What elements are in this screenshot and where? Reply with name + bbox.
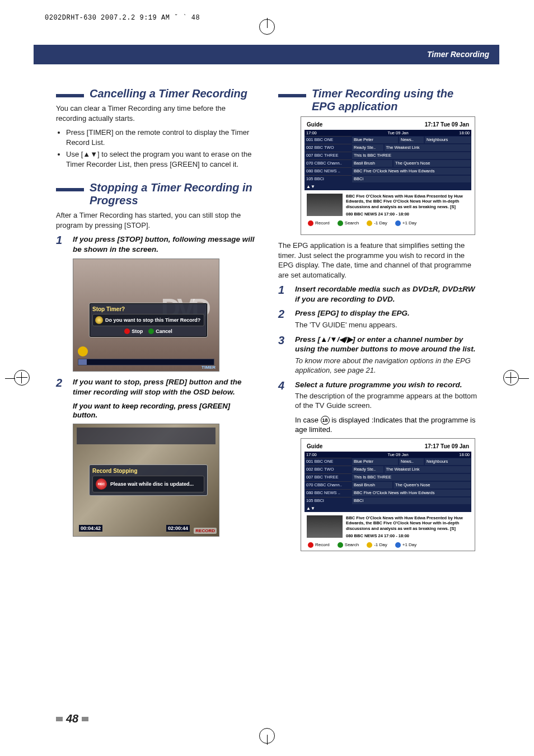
step-2: 2 If you want to stop, press [RED] butto… bbox=[56, 377, 256, 397]
next-day-action[interactable]: +1 Day bbox=[395, 220, 417, 226]
step-2-note: If you want to keep recording, press [GR… bbox=[73, 402, 256, 421]
age-limit-note: In case 18 is displayed :Indicates that … bbox=[295, 415, 478, 435]
guide-description: BBC Five O'Clock News with Huw Edwa Pres… bbox=[305, 512, 471, 540]
step-number: 1 bbox=[56, 234, 66, 254]
thumbnail-strip bbox=[77, 428, 216, 444]
crop-mark-left bbox=[14, 370, 31, 387]
step-text: Press [▲/▼/◀/▶] or enter a channel numbe… bbox=[295, 335, 478, 375]
step-number: 1 bbox=[278, 284, 288, 304]
mode-badge: RECORD bbox=[194, 528, 217, 534]
search-action[interactable]: Search bbox=[338, 220, 359, 226]
page-number: 48 bbox=[56, 712, 88, 725]
stop-button[interactable]: Stop bbox=[124, 328, 143, 334]
step-number: 2 bbox=[56, 377, 66, 397]
prev-day-action[interactable]: -1 Day bbox=[367, 542, 387, 548]
heading-epg: Timer Recording using the EPG applicatio… bbox=[278, 87, 478, 113]
step-1: 1 Insert recordable media such as DVD±R,… bbox=[278, 284, 478, 304]
step-number: 4 bbox=[278, 380, 288, 411]
crop-mark-top bbox=[250, 18, 284, 35]
red-dot-icon bbox=[124, 328, 130, 334]
guide-header: Guide 17:17 Tue 09 Jan bbox=[305, 120, 471, 130]
lead-text: The EPG application is a feature that si… bbox=[278, 241, 478, 280]
guide-grid: 17:00Tue 09 Jan18:00 001 BBC ONEBlue Pet… bbox=[305, 452, 471, 512]
dialog-message: Please wait while disc is updated... bbox=[110, 481, 194, 487]
step-text: If you want to stop, press [RED] button … bbox=[73, 377, 256, 397]
section-band-label: Timer Recording bbox=[427, 50, 489, 59]
green-dot-icon bbox=[338, 542, 343, 548]
dialog-message-row: REC Please wait while disc is updated... bbox=[92, 476, 204, 492]
green-dot-icon bbox=[148, 328, 154, 334]
rec-icon: REC bbox=[96, 478, 107, 490]
screenshot-epg-guide-2: Guide 17:17 Tue 09 Jan 17:00Tue 09 Jan18… bbox=[301, 438, 475, 551]
guide-title: Guide bbox=[307, 443, 322, 449]
step-2: 2 Press [EPG] to display the EPG. The 'T… bbox=[278, 308, 478, 330]
dialog-record-stopping: Record Stopping REC Please wait while di… bbox=[89, 464, 208, 496]
dialog-stop-timer: Stop Timer? Do you want to stop this Tim… bbox=[89, 303, 208, 337]
step-text: Select a future programme you wish to re… bbox=[295, 380, 478, 411]
blue-dot-icon bbox=[395, 220, 401, 226]
step-number: 2 bbox=[278, 308, 288, 330]
programme-thumbnail bbox=[307, 194, 343, 216]
left-column: Cancelling a Timer Recording You can cle… bbox=[56, 84, 256, 557]
search-action[interactable]: Search bbox=[338, 542, 359, 548]
red-dot-icon bbox=[308, 542, 313, 548]
section-band: Timer Recording bbox=[34, 45, 499, 64]
guide-header: Guide 17:17 Tue 09 Jan bbox=[305, 442, 471, 452]
guide-nav-arrows: ▲▼ bbox=[305, 505, 471, 512]
step-text: Press [EPG] to display the EPG. The 'TV … bbox=[295, 308, 478, 330]
heading-bar-icon bbox=[278, 94, 306, 97]
page-decor-icon bbox=[56, 717, 63, 721]
heading-cancelling: Cancelling a Timer Recording bbox=[56, 87, 256, 100]
cancel-button[interactable]: Cancel bbox=[148, 328, 172, 334]
bullet-item: Press [TIMER] on the remote control to d… bbox=[66, 128, 256, 147]
screenshot-record-stopping: Record Stopping REC Please wait while di… bbox=[73, 424, 219, 537]
yellow-dot-icon bbox=[367, 220, 372, 226]
guide-clock: 17:17 Tue 09 Jan bbox=[425, 443, 469, 449]
page-content: Cancelling a Timer Recording You can cle… bbox=[56, 84, 478, 700]
print-header-line: 0202DRHT-630 2007.2.2 9:19 AM ˘ ` 48 bbox=[45, 14, 200, 22]
next-day-action[interactable]: +1 Day bbox=[395, 542, 417, 548]
crop-mark-bottom bbox=[250, 728, 284, 745]
screenshot-epg-guide-1: Guide 17:17 Tue 09 Jan 17:00Tue 09 Jan18… bbox=[301, 116, 475, 235]
guide-clock: 17:17 Tue 09 Jan bbox=[425, 121, 469, 128]
dialog-title: Stop Timer? bbox=[92, 306, 204, 312]
guide-title: Guide bbox=[307, 121, 322, 128]
bullet-list: Press [TIMER] on the remote control to d… bbox=[66, 128, 256, 169]
prev-day-action[interactable]: -1 Day bbox=[367, 220, 387, 226]
guide-description: BBC Five O'Clock News with Huw Edwa Pres… bbox=[305, 190, 471, 218]
time-elapsed: 00:04:42 bbox=[79, 525, 102, 532]
crop-mark-right bbox=[503, 370, 520, 387]
dialog-title: Record Stopping bbox=[92, 468, 204, 474]
age-18-icon: 18 bbox=[321, 416, 330, 425]
green-dot-icon bbox=[338, 220, 343, 226]
guide-footer: Record Search -1 Day +1 Day bbox=[305, 218, 471, 228]
question-icon bbox=[95, 316, 103, 324]
step-3: 3 Press [▲/▼/◀/▶] or enter a channel num… bbox=[278, 335, 478, 375]
step-text: If you press [STOP] button, following me… bbox=[73, 234, 256, 254]
mode-badge: TIMER bbox=[202, 365, 216, 370]
right-column: Timer Recording using the EPG applicatio… bbox=[278, 84, 478, 557]
blue-dot-icon bbox=[395, 542, 401, 548]
step-number: 3 bbox=[278, 335, 288, 375]
page-decor-icon bbox=[82, 717, 88, 721]
step-1: 1 If you press [STOP] button, following … bbox=[56, 234, 256, 254]
step-text: Insert recordable media such as DVD±R, D… bbox=[295, 284, 478, 304]
screenshot-stop-timer: DVD Stop Timer? Do you want to stop this… bbox=[73, 259, 219, 372]
heading-bar-icon bbox=[56, 188, 84, 191]
programme-thumbnail bbox=[307, 515, 343, 538]
dialog-message-row: Do you want to stop this Timer Record? bbox=[92, 314, 204, 326]
step-4: 4 Select a future programme you wish to … bbox=[278, 380, 478, 411]
heading-stopping: Stopping a Timer Recording in Progress bbox=[56, 181, 256, 207]
dialog-message: Do you want to stop this Timer Record? bbox=[105, 317, 200, 323]
guide-nav-arrows: ▲▼ bbox=[305, 183, 471, 190]
progress-bar bbox=[78, 359, 214, 365]
red-dot-icon bbox=[308, 220, 313, 226]
heading-bar-icon bbox=[56, 94, 84, 97]
guide-grid: 17:00Tue 09 Jan18:00 001 BBC ONEBlue Pet… bbox=[305, 130, 471, 190]
guide-footer: Record Search -1 Day +1 Day bbox=[305, 540, 471, 550]
lead-text: After a Timer Recording has started, you… bbox=[56, 210, 256, 230]
time-total: 02:00:44 bbox=[166, 525, 190, 532]
record-action[interactable]: Record bbox=[308, 220, 330, 226]
record-action[interactable]: Record bbox=[308, 542, 330, 548]
yellow-dot-icon bbox=[367, 542, 372, 548]
